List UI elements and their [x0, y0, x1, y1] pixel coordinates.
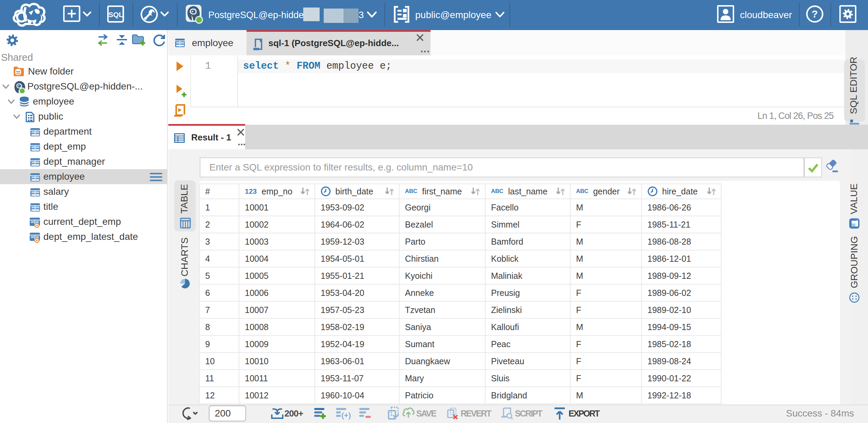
- svg-text:SQL: SQL: [108, 11, 123, 18]
- svg-text:?: ?: [812, 8, 818, 19]
- svg-text:(+): (+): [341, 411, 351, 420]
- svg-text:I: I: [856, 219, 858, 223]
